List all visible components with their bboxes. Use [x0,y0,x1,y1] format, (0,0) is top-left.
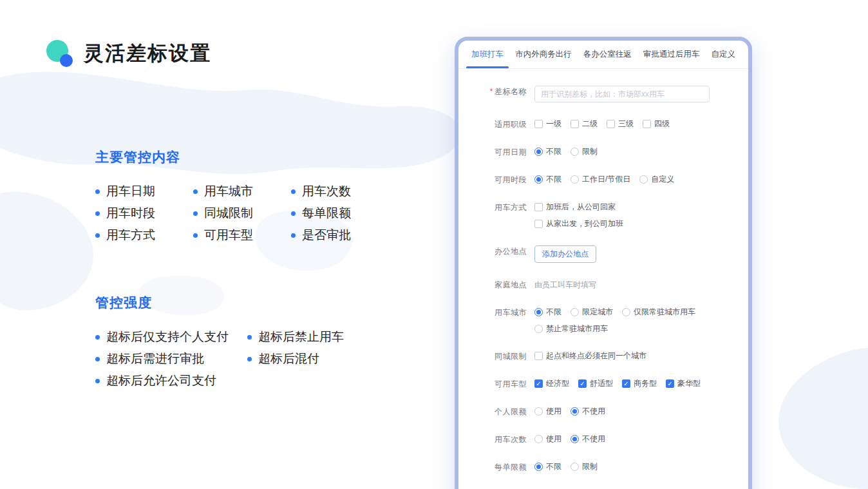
tab-市内外商务出行[interactable]: 市内外商务出行 [514,41,573,68]
available-time-option[interactable]: 工作日/节假日 [571,174,630,185]
form-row-personal-quota: 个人限额使用不使用 [458,406,748,417]
form-row-applicable-rank: 适用职级一级二级三级四级 [458,119,748,130]
radio-unchecked-icon[interactable] [571,463,579,471]
radio-unchecked-icon[interactable] [534,435,543,443]
available-date-option[interactable]: 限制 [571,146,598,157]
checkbox-unchecked-icon[interactable] [534,120,543,128]
car-types-option[interactable]: 经济型 [534,378,569,389]
available-date-option[interactable]: 不限 [534,146,561,157]
field-options: 加班后，从公司回家从家出发，到公司加班 [534,202,623,229]
content-section: 主要管控内容用车日期用车时段用车方式用车城市同城限制可用车型用车次数每单限额是否… [95,148,404,244]
list-item-label: 用车时段 [106,205,155,222]
checkbox-unchecked-icon[interactable] [534,220,543,228]
bullet-dot-icon [193,211,198,216]
field-label-available-time: 可用时段 [458,174,527,186]
form-row-car-types: 可用车型经济型舒适型商务型豪华型 [458,378,748,390]
option-label: 不使用 [582,434,605,445]
radio-unchecked-icon[interactable] [639,175,648,184]
ride-city-option[interactable]: 仅限常驻城市用车 [622,307,695,318]
checkbox-checked-icon[interactable] [666,379,674,388]
form-row-ride-city: 用车城市不限限定城市仅限常驻城市用车禁止常驻城市用车 [458,307,748,334]
per-order-limit-option[interactable]: 限制 [571,461,598,472]
ride-mode-option[interactable]: 加班后，从公司回家 [534,202,616,213]
available-time-option[interactable]: 不限 [534,174,561,185]
standard-name-input[interactable] [534,86,710,102]
form-row-standard-name: *差标名称 [458,86,748,102]
available-time-option[interactable]: 自定义 [639,174,674,185]
option-label: 禁止常驻城市用车 [546,323,608,334]
form-row-per-order-limit: 每单限额不限限制 [458,461,748,473]
applicable-rank-option[interactable]: 一级 [534,119,561,129]
field-options: 使用不使用 [534,406,605,417]
same-city-limit-option[interactable]: 起点和终点必须在同一个城市 [534,350,646,361]
checkbox-checked-icon[interactable] [578,379,587,388]
bullet-dot-icon [95,379,100,383]
field-options: 由员工叫车时填写 [534,279,596,291]
list-item: 每单限额 [291,205,389,222]
radio-checked-icon[interactable] [534,148,543,156]
car-types-option[interactable]: 舒适型 [578,378,613,389]
per-order-limit-option[interactable]: 不限 [534,461,561,472]
ride-count-option[interactable]: 不使用 [571,434,605,445]
radio-unchecked-icon[interactable] [571,175,579,184]
radio-unchecked-icon[interactable] [571,308,579,316]
option-label: 从家出发，到公司加班 [546,218,623,229]
radio-unchecked-icon[interactable] [571,148,579,156]
bullet-dot-icon [247,357,252,361]
radio-checked-icon[interactable] [571,407,579,416]
radio-checked-icon[interactable] [571,435,579,443]
ride-city-option[interactable]: 限定城市 [571,307,613,318]
left-sections: 主要管控内容用车日期用车时段用车方式用车城市同城限制可用车型用车次数每单限额是否… [95,148,404,434]
settings-panel: 加班打车市内外商务出行各办公室往返审批通过后用车自定义 *差标名称适用职级一级二… [455,37,752,489]
radio-checked-icon[interactable] [534,175,543,184]
tab-自定义[interactable]: 自定义 [710,41,737,68]
list-item-label: 超标后允许公司支付 [106,372,216,389]
checkbox-unchecked-icon[interactable] [571,120,579,128]
checkbox-checked-icon[interactable] [534,379,543,388]
field-options: 经济型舒适型商务型豪华型 [534,378,701,389]
car-types-option[interactable]: 豪华型 [666,378,701,389]
list-item-label: 用车次数 [302,183,351,200]
personal-quota-option[interactable]: 不使用 [571,406,605,417]
radio-checked-icon[interactable] [534,463,543,471]
car-types-option[interactable]: 商务型 [622,378,657,389]
scene-tab-bar: 加班打车市内外商务出行各办公室往返审批通过后用车自定义 [458,41,748,69]
field-options [534,86,710,102]
radio-unchecked-icon[interactable] [622,308,630,316]
ride-mode-option[interactable]: 从家出发，到公司加班 [534,218,623,229]
office-location-button[interactable]: 添加办公地点 [534,245,596,263]
applicable-rank-option[interactable]: 三级 [607,119,634,129]
list-item-label: 同城限制 [204,205,253,222]
radio-checked-icon[interactable] [534,308,543,316]
form-row-same-city-limit: 同城限制起点和终点必须在同一个城市 [458,350,748,362]
applicable-rank-option[interactable]: 二级 [571,119,598,129]
bullet-column: 用车城市同城限制可用车型 [193,183,291,244]
checkbox-unchecked-icon[interactable] [534,352,543,360]
bullet-dot-icon [291,233,296,238]
list-item: 是否审批 [291,227,389,244]
checkbox-unchecked-icon[interactable] [643,120,651,128]
radio-unchecked-icon[interactable] [534,407,543,416]
checkbox-unchecked-icon[interactable] [607,120,615,128]
radio-unchecked-icon[interactable] [534,325,543,333]
option-label: 使用 [546,406,561,417]
field-label-text: 家庭地点 [495,280,527,289]
tab-加班打车[interactable]: 加班打车 [470,41,505,68]
checkbox-unchecked-icon[interactable] [534,203,543,211]
option-label: 不限 [546,461,561,472]
ride-city-option[interactable]: 不限 [534,307,561,318]
field-label-text: 用车城市 [495,308,527,317]
ride-city-option[interactable]: 禁止常驻城市用车 [534,323,608,334]
bullet-columns: 用车日期用车时段用车方式用车城市同城限制可用车型用车次数每单限额是否审批 [95,183,404,244]
field-label-text: 差标名称 [495,87,527,96]
section-heading: 主要管控内容 [95,148,404,166]
ride-count-option[interactable]: 使用 [534,434,561,445]
tab-审批通过后用车[interactable]: 审批通过后用车 [642,41,701,68]
bullet-dot-icon [95,211,100,216]
field-options: 不限限定城市仅限常驻城市用车禁止常驻城市用车 [534,307,728,334]
applicable-rank-option[interactable]: 四级 [643,119,670,129]
personal-quota-option[interactable]: 使用 [534,406,561,417]
checkbox-checked-icon[interactable] [622,379,630,388]
tab-各办公室往返[interactable]: 各办公室往返 [582,41,633,68]
option-label: 使用 [546,434,561,445]
